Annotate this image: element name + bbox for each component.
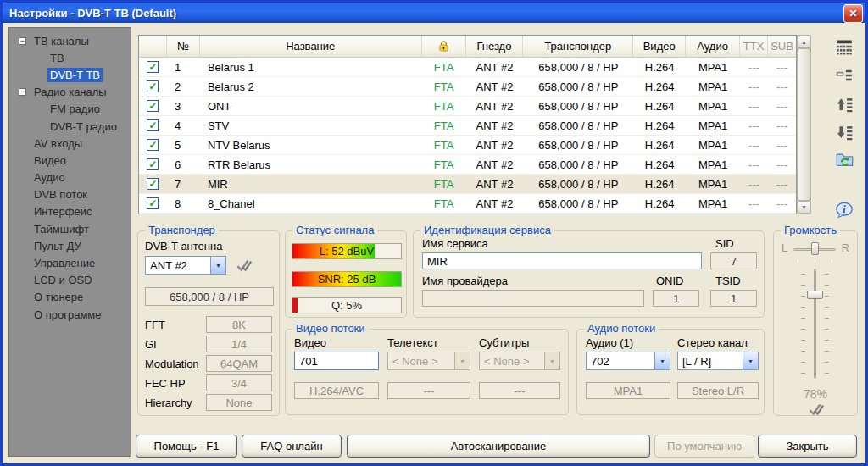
tree-expander-icon[interactable]: − bbox=[19, 88, 26, 96]
sidebar-item[interactable]: − Аудио bbox=[9, 169, 131, 186]
channel-video-codec: H.264 bbox=[633, 97, 686, 115]
sidebar-item-label: DVB-T радио bbox=[47, 119, 120, 134]
sidebar-item[interactable]: − Видео bbox=[9, 152, 131, 169]
help-button[interactable]: Помощь - F1 bbox=[136, 435, 237, 458]
renumber-icon[interactable] bbox=[834, 65, 854, 86]
header-socket[interactable]: Гнездо bbox=[466, 36, 524, 57]
antenna-select[interactable]: ANT #2 ▼ bbox=[145, 256, 226, 275]
channel-access: FTA bbox=[422, 116, 466, 135]
transponder-group-title: Транспондер bbox=[145, 224, 219, 236]
channel-ttx: --- bbox=[740, 77, 768, 96]
channel-checkbox[interactable]: ✓ bbox=[147, 197, 159, 209]
faq-button[interactable]: FAQ онлайн bbox=[242, 435, 342, 458]
sidebar-item[interactable]: − DVB-T ТВ bbox=[9, 66, 131, 83]
sidebar-item[interactable]: − О программе bbox=[9, 306, 131, 323]
sidebar-item[interactable]: − FM радио bbox=[9, 101, 131, 118]
header-audio[interactable]: Аудио bbox=[686, 36, 740, 57]
channel-row[interactable]: ✓ 4 STV FTA ANT #2 658,000 / 8 / HP H.26… bbox=[139, 116, 796, 136]
scroll-down-icon[interactable]: ▼ bbox=[798, 201, 810, 214]
video-pid-input[interactable]: 701 bbox=[294, 352, 379, 370]
sidebar-item[interactable]: − Интерфейс bbox=[9, 203, 131, 220]
sidebar-item[interactable]: − AV входы bbox=[9, 135, 131, 152]
channel-row[interactable]: ✓ 2 Belarus 2 FTA ANT #2 658,000 / 8 / H… bbox=[139, 77, 796, 97]
channel-row[interactable]: ✓ 6 RTR Belarus FTA ANT #2 658,000 / 8 /… bbox=[139, 155, 796, 175]
channel-row[interactable]: ✓ 8 8_Chanel FTA ANT #2 658,000 / 8 / HP… bbox=[139, 194, 796, 214]
balance-slider-thumb[interactable] bbox=[811, 242, 819, 255]
stereo-select[interactable]: [L / R] ▼ bbox=[677, 352, 759, 370]
sidebar-item[interactable]: − Управление bbox=[9, 254, 131, 271]
move-down-icon[interactable] bbox=[834, 122, 854, 142]
sidebar-item[interactable]: − DVB поток bbox=[9, 186, 131, 203]
subtitles-info-field: --- bbox=[479, 382, 560, 399]
channel-name: RTR Belarus bbox=[200, 155, 422, 174]
channel-table: № Название Гнездо Транспондер Видео Ауди… bbox=[138, 35, 797, 214]
header-check-column[interactable] bbox=[139, 36, 167, 57]
table-scrollbar[interactable]: ▲ ▼ bbox=[797, 35, 811, 214]
channel-grid-icon[interactable] bbox=[834, 36, 854, 57]
teletext-select: < None > ▼ bbox=[387, 352, 470, 370]
header-number[interactable]: № bbox=[167, 36, 200, 57]
channel-name: 8_Chanel bbox=[200, 194, 422, 213]
sidebar-item[interactable]: − Радио каналы bbox=[9, 84, 131, 101]
channel-row[interactable]: ✓ 3 ONT FTA ANT #2 658,000 / 8 / HP H.26… bbox=[139, 97, 796, 116]
signal-level-bar: L: 52 dBuV bbox=[292, 243, 402, 259]
header-video[interactable]: Видео bbox=[633, 36, 686, 57]
sidebar-item-label: Аудио bbox=[31, 170, 68, 185]
lock-icon[interactable] bbox=[422, 36, 466, 57]
move-up-icon[interactable] bbox=[834, 94, 854, 114]
sidebar-item[interactable]: − LCD и OSD bbox=[9, 272, 131, 289]
service-name-input[interactable]: MIR bbox=[422, 252, 702, 269]
scrollbar-thumb[interactable] bbox=[798, 48, 810, 201]
volume-slider-thumb[interactable] bbox=[807, 291, 823, 299]
channel-checkbox[interactable]: ✓ bbox=[147, 61, 159, 73]
sidebar-item[interactable]: − ТВ каналы bbox=[9, 32, 131, 49]
sidebar-item[interactable]: − ТВ bbox=[9, 49, 131, 66]
channel-row[interactable]: ✓ 7 MIR FTA ANT #2 658,000 / 8 / HP H.26… bbox=[139, 175, 796, 194]
channel-row[interactable]: ✓ 5 NTV Belarus FTA ANT #2 658,000 / 8 /… bbox=[139, 136, 796, 155]
sidebar-item-label: ТВ bbox=[47, 51, 67, 65]
rescan-folder-icon[interactable] bbox=[834, 148, 854, 169]
info-bubble-icon[interactable]: i bbox=[834, 200, 854, 220]
param-label: Modulation bbox=[145, 358, 199, 370]
volume-slider[interactable] bbox=[814, 269, 816, 379]
channel-ttx: --- bbox=[740, 116, 768, 135]
header-sub[interactable]: SUB bbox=[768, 36, 796, 57]
header-ttx[interactable]: TTX bbox=[740, 36, 768, 57]
channel-sub: --- bbox=[768, 97, 796, 115]
channel-row[interactable]: ✓ 1 Belarus 1 FTA ANT #2 658,000 / 8 / H… bbox=[139, 58, 796, 77]
channel-socket: ANT #2 bbox=[466, 194, 524, 213]
channel-checkbox[interactable]: ✓ bbox=[147, 139, 159, 151]
sidebar-item[interactable]: − Таймшифт bbox=[9, 220, 131, 237]
channel-checkbox[interactable]: ✓ bbox=[147, 119, 159, 131]
channel-number: 4 bbox=[167, 116, 200, 135]
sidebar-item[interactable]: − О тюнере bbox=[9, 289, 131, 306]
autoscan-button[interactable]: Автосканирование bbox=[347, 435, 650, 458]
apply-check-icon[interactable] bbox=[234, 255, 254, 275]
header-name[interactable]: Название bbox=[200, 36, 422, 57]
audio-pid-select[interactable]: 702 ▼ bbox=[586, 352, 670, 370]
sidebar-item[interactable]: − DVB-T радио bbox=[9, 118, 131, 135]
sidebar-item-label: Управление bbox=[31, 256, 97, 270]
close-button[interactable]: Закрыть bbox=[758, 435, 857, 458]
header-transponder[interactable]: Транспондер bbox=[523, 36, 633, 57]
channel-transponder: 658,000 / 8 / HP bbox=[523, 77, 633, 96]
close-icon[interactable]: ✕ bbox=[843, 4, 863, 23]
channel-checkbox[interactable]: ✓ bbox=[147, 158, 159, 170]
channel-socket: ANT #2 bbox=[466, 116, 524, 135]
chevron-down-icon[interactable]: ▼ bbox=[210, 257, 225, 274]
channel-number: 3 bbox=[167, 97, 200, 115]
param-label: FEC HP bbox=[145, 377, 186, 390]
channel-checkbox[interactable]: ✓ bbox=[147, 178, 159, 190]
volume-apply-icon[interactable] bbox=[806, 399, 826, 419]
scroll-up-icon[interactable]: ▲ bbox=[798, 36, 810, 48]
sidebar-item[interactable]: − Пульт ДУ bbox=[9, 237, 131, 254]
channel-checkbox[interactable]: ✓ bbox=[147, 100, 159, 112]
chevron-down-icon: ▼ bbox=[454, 352, 470, 369]
chevron-down-icon[interactable]: ▼ bbox=[654, 352, 670, 369]
chevron-down-icon[interactable]: ▼ bbox=[743, 352, 758, 369]
channel-sub: --- bbox=[768, 136, 796, 154]
channel-checkbox[interactable]: ✓ bbox=[147, 80, 159, 92]
service-name-label: Имя сервиса bbox=[422, 237, 488, 250]
tree-expander-icon[interactable]: − bbox=[19, 37, 26, 45]
window-title: Настройки - DVB-T ТВ (Default) bbox=[9, 7, 176, 19]
